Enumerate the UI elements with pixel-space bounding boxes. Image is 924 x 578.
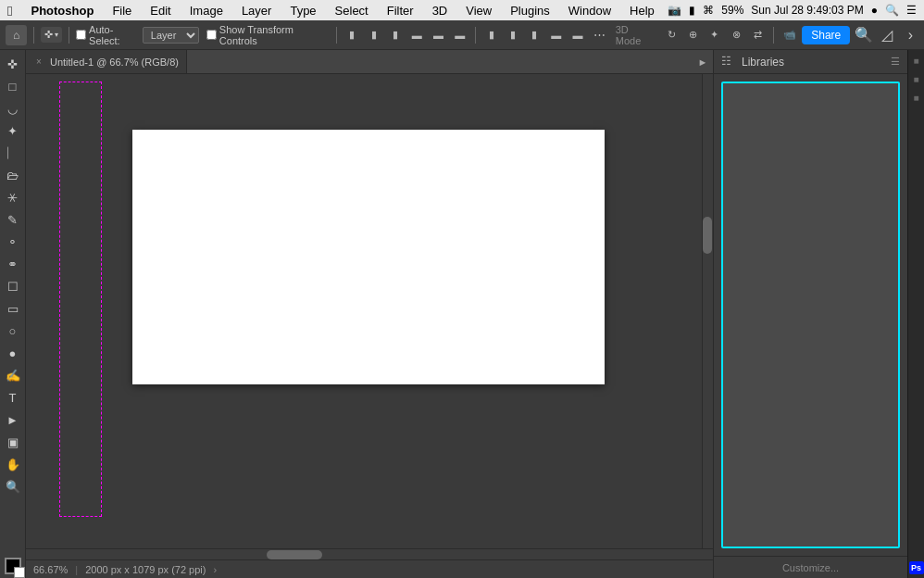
tool-lasso[interactable]: ◡ (3, 98, 23, 119)
menubar-3d[interactable]: 3D (429, 2, 452, 19)
doc-tab-close[interactable]: × (33, 57, 44, 68)
apple-menu[interactable]:  (7, 3, 12, 19)
home-button[interactable]: ⌂ (6, 25, 27, 45)
vertical-scrollbar[interactable] (702, 74, 713, 548)
tool-shape[interactable]: ▣ (3, 432, 23, 452)
menubar-layer[interactable]: Layer (238, 2, 276, 19)
3d-rotate-icon[interactable]: ↻ (663, 26, 681, 44)
tool-heal[interactable]: ⚹ (3, 187, 23, 207)
auto-select-dropdown[interactable]: Layer Group (143, 27, 199, 44)
main-area: ✜ □ ◡ ✦ ⎸ 🗁 ⚹ ✎ ⚬ ⚭ ☐ ▭ ○ ● ✍ T ► ▣ ✋ 🔍 … (0, 50, 924, 578)
doc-options-button[interactable]: ► (693, 50, 713, 73)
menubar-photoshop[interactable]: Photoshop (27, 2, 97, 19)
menubar-help[interactable]: Help (626, 2, 658, 19)
distribute-top-icon[interactable]: ▬ (547, 26, 565, 44)
left-tool-panel: ✜ □ ◡ ✦ ⎸ 🗁 ⚹ ✎ ⚬ ⚭ ☐ ▭ ○ ● ✍ T ► ▣ ✋ 🔍 (0, 50, 26, 578)
tool-blur[interactable]: ○ (3, 320, 23, 341)
toolbar-sep-2 (69, 27, 69, 44)
move-tool[interactable]: ✜ ▾ (41, 27, 62, 43)
menubar-view[interactable]: View (462, 2, 495, 19)
share-button[interactable]: Share (802, 26, 850, 44)
doc-tab-bar: × Untitled-1 @ 66.7% (RGB/8) ► (26, 50, 713, 74)
menubar-filter[interactable]: Filter (383, 2, 418, 19)
align-left-icon[interactable]: ▮ (343, 26, 361, 44)
distribute-center-v-icon[interactable]: ▮ (505, 26, 522, 44)
toolbar-sep-3 (336, 27, 337, 44)
align-center-h-icon[interactable]: ▬ (430, 26, 447, 44)
tool-path-select[interactable]: ► (3, 409, 23, 430)
tool-type[interactable]: T (3, 387, 23, 408)
zoom-level: 66.67% (33, 564, 68, 575)
menubar-edit[interactable]: Edit (146, 2, 174, 19)
tool-magic-wand[interactable]: ✦ (3, 120, 23, 141)
align-top-icon[interactable]: ▬ (408, 26, 426, 44)
libraries-panel-content (714, 74, 907, 556)
show-transform-checkbox[interactable] (206, 30, 217, 40)
tool-zoom[interactable]: 🔍 (3, 476, 23, 496)
3d-slide-icon[interactable]: ⊗ (727, 26, 744, 44)
tool-history-brush[interactable]: ⚭ (3, 254, 23, 274)
menubar-select[interactable]: Select (331, 2, 372, 19)
distribute-left-icon[interactable]: ▮ (482, 26, 500, 44)
menubar-file[interactable]: File (108, 2, 135, 19)
tool-marquee[interactable]: □ (3, 76, 23, 96)
menubar-icon-user: ● (871, 4, 878, 17)
libraries-customize-button[interactable]: Customize... (714, 556, 907, 578)
tool-brush[interactable]: ✎ (3, 209, 23, 230)
menubar-plugins[interactable]: Plugins (506, 2, 554, 19)
document-canvas (132, 130, 605, 384)
libraries-panel-header: ☷ Libraries ☰ (714, 50, 907, 74)
libraries-menu-icon[interactable]: ☰ (891, 56, 900, 68)
libraries-panel-icon: ☷ (721, 55, 736, 69)
menubar-image[interactable]: Image (186, 2, 227, 19)
3d-pan-icon[interactable]: ✦ (705, 26, 723, 44)
tool-hand[interactable]: ✋ (3, 454, 23, 474)
3d-scale-icon[interactable]: ⇄ (749, 26, 767, 44)
3d-orbit-icon[interactable]: ⊕ (684, 26, 702, 44)
move-tool-chevron: ▾ (55, 31, 58, 39)
align-right-icon[interactable]: ▮ (386, 26, 404, 44)
tool-eraser[interactable]: ☐ (3, 276, 23, 296)
show-transform-group: Show Transform Controls (206, 24, 330, 46)
align-bottom-icon[interactable]: ▬ (451, 26, 468, 44)
libraries-panel: ☷ Libraries ☰ Customize... (713, 50, 907, 578)
distribute-right-icon[interactable]: ▮ (526, 26, 543, 44)
canvas-area: × Untitled-1 @ 66.7% (RGB/8) ► 66.67% | … (26, 50, 713, 578)
menubar-window[interactable]: Window (565, 2, 615, 19)
status-sep: | (75, 564, 78, 575)
show-transform-label: Show Transform Controls (219, 24, 330, 46)
distribute-center-h-icon[interactable]: ▬ (568, 26, 586, 44)
tool-stamp[interactable]: ⚬ (3, 232, 23, 252)
panel-icon-3[interactable]: ■ (910, 91, 923, 104)
tool-dodge[interactable]: ● (3, 343, 23, 363)
search-button[interactable]: 🔍 (854, 25, 873, 45)
tool-gradient[interactable]: ▭ (3, 298, 23, 319)
auto-select-checkbox[interactable] (76, 30, 86, 40)
menubar-type[interactable]: Type (286, 2, 319, 19)
more-options-icon[interactable]: ⋯ (591, 26, 608, 44)
expand-panel-button[interactable]: › (903, 25, 918, 45)
horizontal-scrollbar[interactable] (26, 548, 713, 559)
panel-icon-2[interactable]: ■ (910, 72, 923, 85)
menubar-right: 📷 ▮ ⌘ 59% Sun Jul 28 9:49:03 PM ● 🔍 ☰ (668, 4, 917, 17)
canvas-viewport (26, 74, 713, 548)
toolbar-sep-5 (773, 27, 774, 44)
workspace-button[interactable]: ◿ (877, 25, 896, 45)
tool-pen[interactable]: ✍ (3, 365, 23, 385)
menubar-icon-screentime: 📷 (668, 4, 681, 17)
camera-icon[interactable]: 📹 (780, 26, 798, 44)
toolbar-sep-4 (475, 27, 476, 44)
foreground-color[interactable] (5, 558, 21, 574)
align-center-v-icon[interactable]: ▮ (365, 26, 382, 44)
status-arrow[interactable]: › (213, 564, 217, 575)
doc-tab-untitled[interactable]: × Untitled-1 @ 66.7% (RGB/8) (26, 50, 187, 73)
tool-move[interactable]: ✜ (3, 54, 23, 74)
tool-eyedropper[interactable]: 🗁 (3, 165, 23, 185)
far-right-panel-strip: ■ ■ ■ Ps (907, 50, 924, 578)
vertical-scroll-thumb[interactable] (703, 217, 712, 254)
panel-icon-1[interactable]: ■ (910, 54, 923, 67)
background-color[interactable] (14, 567, 25, 578)
tool-crop[interactable]: ⎸ (3, 143, 23, 163)
options-toolbar: ⌂ ✜ ▾ Auto-Select: Layer Group Show Tran… (0, 20, 924, 50)
horizontal-scroll-thumb[interactable] (267, 550, 322, 559)
